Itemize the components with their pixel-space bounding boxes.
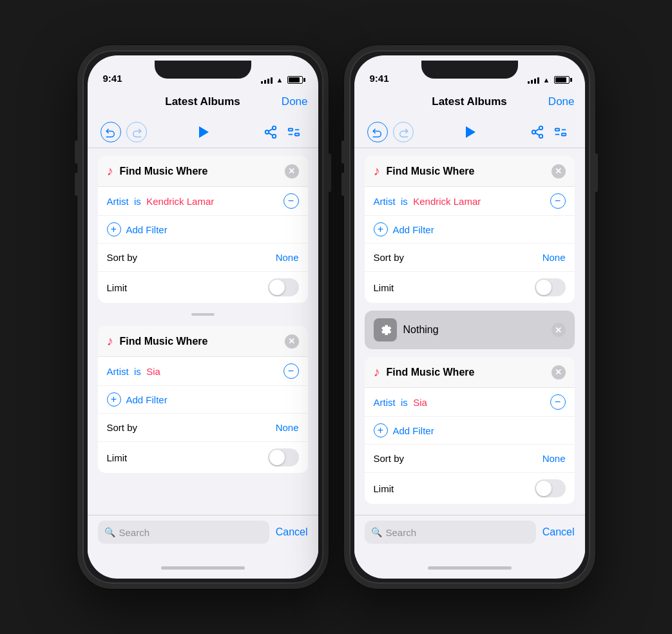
sort-row-2-right: Sort by None [365, 445, 575, 473]
remove-filter-2-left[interactable]: − [283, 363, 299, 379]
music-note-icon-2-left: ♪ [107, 334, 113, 349]
volume-up-button-right[interactable] [341, 140, 345, 164]
artist-text-2-left: Artist [107, 366, 129, 377]
content-left: ♪ Find Music Where ✕ Artist is Kendrick … [88, 148, 318, 515]
limit-toggle-2-left[interactable] [268, 448, 299, 466]
phone-right: 9:41 ▲ Latest Albums Done [344, 45, 595, 589]
svg-point-0 [272, 126, 276, 130]
add-filter-row-2-right[interactable]: + Add Filter [365, 417, 575, 445]
limit-label-1-right: Limit [374, 282, 535, 293]
sort-value-1-right[interactable]: None [542, 252, 566, 263]
sort-label-1-left: Sort by [107, 252, 276, 263]
search-icon-right: 🔍 [371, 527, 382, 537]
done-button-right[interactable]: Done [548, 95, 575, 108]
search-placeholder-right: Search [386, 527, 417, 538]
sort-row-2-left: Sort by None [98, 414, 308, 442]
limit-label-2-left: Limit [107, 452, 268, 463]
undo-button-left[interactable] [101, 122, 121, 142]
volume-up-button[interactable] [75, 140, 79, 164]
find-music-card-2-right: ♪ Find Music Where ✕ Artist is Sia − + [365, 357, 575, 504]
home-indicator-right [354, 557, 585, 579]
add-filter-icon-2-left: + [107, 392, 121, 407]
volume-down-button[interactable] [75, 173, 79, 196]
signal-bar-2 [264, 80, 266, 84]
add-filter-label-1-right: Add Filter [393, 224, 434, 235]
volume-down-button-right[interactable] [341, 173, 345, 196]
done-button-left[interactable]: Done [282, 95, 308, 108]
phone-left: 9:41 ▲ Latest Albums Done [77, 45, 329, 589]
remove-filter-1-left[interactable]: − [283, 193, 299, 209]
phone-screen-left: 9:41 ▲ Latest Albums Done [88, 55, 318, 579]
limit-toggle-1-right[interactable] [535, 278, 566, 296]
nothing-label-right: Nothing [403, 324, 545, 336]
power-button[interactable] [327, 153, 331, 192]
add-filter-row-1-left[interactable]: + Add Filter [98, 216, 308, 244]
toggle-thumb-1-left [269, 280, 285, 295]
share-button-left[interactable] [259, 120, 282, 144]
toggle-thumb-2-left [269, 450, 285, 465]
cancel-button-left[interactable]: Cancel [276, 526, 308, 538]
artist-text-2-right: Artist [374, 397, 396, 408]
limit-toggle-1-left[interactable] [268, 278, 299, 296]
add-filter-label-1-left: Add Filter [126, 224, 168, 235]
sort-value-2-left[interactable]: None [276, 422, 299, 433]
sort-value-1-left[interactable]: None [276, 252, 299, 263]
filter-value-1-right: Kendrick Lamar [413, 196, 481, 207]
nav-bar-right: Latest Albums Done [354, 88, 585, 116]
filter-value-1-left: Kendrick Lamar [146, 196, 214, 207]
find-music-title-2-left: Find Music Where [120, 336, 278, 347]
redo-button-right[interactable] [393, 122, 414, 142]
signal-bar-r4 [537, 77, 539, 84]
filter-label-1-right: Artist is Kendrick Lamar [374, 196, 550, 207]
play-button-right[interactable] [458, 120, 481, 144]
filter-row-1-left: Artist is Kendrick Lamar − [98, 187, 308, 216]
search-icon-left: 🔍 [104, 527, 115, 537]
is-text-1-right: is [401, 196, 408, 207]
search-input-right[interactable]: 🔍 Search [365, 521, 536, 544]
sort-row-1-right: Sort by None [365, 244, 575, 272]
scroll-indicator-left [98, 311, 308, 318]
scroll-dot-left [191, 313, 215, 316]
add-filter-row-1-right[interactable]: + Add Filter [365, 216, 575, 244]
sort-value-2-right[interactable]: None [542, 453, 566, 464]
card-header-1-right: ♪ Find Music Where ✕ [365, 156, 575, 187]
remove-filter-2-right[interactable]: − [550, 394, 566, 410]
search-input-left[interactable]: 🔍 Search [98, 521, 269, 544]
close-nothing-right[interactable]: ✕ [552, 323, 566, 337]
is-text-1-left: is [134, 196, 141, 207]
phone-screen-right: 9:41 ▲ Latest Albums Done [354, 55, 585, 579]
close-card-1-right[interactable]: ✕ [552, 164, 566, 178]
settings-button-right[interactable] [549, 120, 572, 144]
limit-label-2-right: Limit [374, 483, 535, 494]
redo-button-left[interactable] [126, 122, 147, 142]
battery-fill-right [555, 77, 566, 82]
find-music-card-2-left: ♪ Find Music Where ✕ Artist is Sia − + [98, 326, 308, 473]
signal-bar-3 [267, 79, 269, 84]
close-card-2-left[interactable]: ✕ [285, 334, 299, 349]
home-indicator-left [88, 557, 318, 579]
close-card-2-right[interactable]: ✕ [552, 365, 566, 379]
play-button-left[interactable] [191, 120, 215, 144]
remove-filter-1-right[interactable]: − [550, 193, 566, 209]
svg-point-8 [532, 130, 535, 134]
add-filter-label-2-left: Add Filter [126, 394, 168, 405]
toggle-thumb-1-right [536, 280, 552, 295]
settings-button-left[interactable] [282, 120, 305, 144]
is-text-2-left: is [134, 366, 141, 377]
status-time-right: 9:41 [370, 73, 389, 84]
share-button-right[interactable] [526, 120, 549, 144]
power-button-right[interactable] [594, 153, 598, 192]
wifi-icon-left: ▲ [276, 76, 283, 84]
cancel-button-right[interactable]: Cancel [542, 526, 575, 538]
svg-rect-4 [294, 133, 298, 135]
find-music-card-1-left: ♪ Find Music Where ✕ Artist is Kendrick … [98, 156, 308, 303]
limit-toggle-2-right[interactable] [535, 479, 566, 497]
status-icons-left: ▲ [261, 76, 303, 84]
svg-point-9 [539, 134, 542, 138]
limit-label-1-left: Limit [107, 282, 268, 293]
battery-icon-right [554, 76, 570, 84]
nav-title-right: Latest Albums [432, 95, 507, 108]
close-card-1-left[interactable]: ✕ [285, 164, 299, 178]
add-filter-row-2-left[interactable]: + Add Filter [98, 386, 308, 414]
undo-button-right[interactable] [367, 122, 388, 142]
